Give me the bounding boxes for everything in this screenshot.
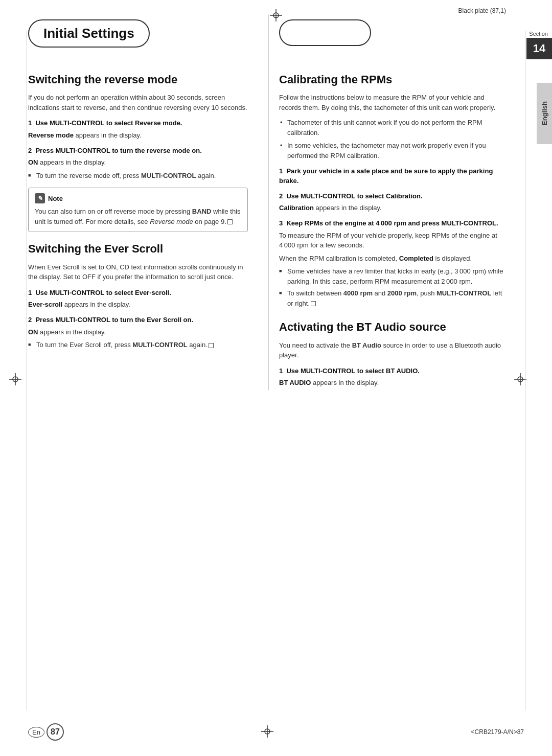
top-header: Black plate (87,1) xyxy=(0,0,552,9)
calibrating-bullet2: In some vehicles, the tachometer may not… xyxy=(279,141,503,161)
bottom-crosshair-icon xyxy=(261,725,273,739)
right-margin-line xyxy=(525,31,525,711)
black-plate-label: Black plate (87,1) xyxy=(458,7,506,14)
reverse-mode-section: Switching the reverse mode If you do not… xyxy=(28,73,248,232)
calibrating-step2-heading: 2 Use MULTI-CONTROL to select Calibratio… xyxy=(279,192,503,201)
section-number: 14 xyxy=(526,38,552,59)
calibrating-step3-bullet1: Some vehicles have a rev limiter that ki… xyxy=(279,266,503,286)
note-label: Note xyxy=(48,195,63,202)
bt-audio-title: Activating the BT Audio source xyxy=(279,320,503,334)
ever-scroll-step2-body1: ON appears in the display. xyxy=(28,327,248,337)
en-label: En xyxy=(28,727,44,738)
bt-audio-section: Activating the BT Audio source You need … xyxy=(279,320,503,387)
section-badge: Section 14 English xyxy=(526,31,552,59)
top-crosshair-icon xyxy=(270,9,282,21)
ever-scroll-step1-body: Ever-scroll appears in the display. xyxy=(28,300,248,310)
reverse-step1-body: Reverse mode appears in the display. xyxy=(28,130,248,141)
ever-scroll-step1-heading: 1 Use MULTI-CONTROL to select Ever-scrol… xyxy=(28,288,248,297)
calibrating-step3-heading: 3 Keep RPMs of the engine at 4 000 rpm a… xyxy=(279,219,503,228)
left-column: Initial Settings Switching the reverse m… xyxy=(28,14,263,391)
english-tab: English xyxy=(537,83,552,144)
main-content: Initial Settings Switching the reverse m… xyxy=(0,14,552,391)
ever-scroll-intro: When Ever Scroll is set to ON, CD text i… xyxy=(28,262,248,282)
reverse-step2-body1: ON appears in the display. xyxy=(28,157,248,168)
reverse-step2-bullet: To turn the reverse mode off, press MULT… xyxy=(28,171,248,181)
reverse-step1-heading: 1 Use MULTI-CONTROL to select Reverse mo… xyxy=(28,119,248,128)
reverse-mode-title: Switching the reverse mode xyxy=(28,73,248,86)
calibrating-rpms-title: Calibrating the RPMs xyxy=(279,73,503,86)
note-icon: ✎ xyxy=(35,193,45,203)
note-header: ✎ Note xyxy=(35,193,241,203)
ever-scroll-section: Switching the Ever Scroll When Ever Scro… xyxy=(28,242,248,350)
calibrating-rpms-intro: Follow the instructions below to measure… xyxy=(279,93,503,112)
empty-oval-header xyxy=(279,19,371,46)
bt-audio-step1-body: BT AUDIO appears in the display. xyxy=(279,378,503,388)
calibrating-rpms-section: Calibrating the RPMs Follow the instruct… xyxy=(279,73,503,308)
page-number: 87 xyxy=(47,723,64,741)
note-text: You can also turn on or off reverse mode… xyxy=(35,207,241,226)
bt-audio-step1-heading: 1 Use MULTI-CONTROL to select BT AUDIO. xyxy=(279,366,503,376)
calibrating-step3-body2: When the RPM calibration is completed, C… xyxy=(279,254,503,264)
right-column: Calibrating the RPMs Follow the instruct… xyxy=(268,14,503,391)
crb-code: <CRB2179-A/N>87 xyxy=(471,728,524,736)
ever-scroll-step2-heading: 2 Press MULTI-CONTROL to turn the Ever S… xyxy=(28,315,248,325)
initial-settings-box: Initial Settings xyxy=(28,19,150,48)
ever-scroll-step2-bullet: To turn the Ever Scroll off, press MULTI… xyxy=(28,340,248,350)
initial-settings-title: Initial Settings xyxy=(43,26,134,41)
section-label: Section xyxy=(529,31,548,37)
bt-audio-intro: You need to activate the BT Audio source… xyxy=(279,340,503,360)
en-badge: En 87 xyxy=(28,723,64,741)
bottom-footer: En 87 <CRB2179-A/N>87 xyxy=(0,723,552,741)
calibrating-step2-body: Calibration appears in the display. xyxy=(279,203,503,213)
ever-scroll-title: Switching the Ever Scroll xyxy=(28,242,248,256)
calibrating-step3-bullet2: To switch between 4000 rpm and 2000 rpm,… xyxy=(279,288,503,308)
calibrating-step1-heading: 1 Park your vehicle in a safe place and … xyxy=(279,167,503,185)
calibrating-step3-body1: To measure the RPM of your vehicle prope… xyxy=(279,231,503,250)
left-margin-line xyxy=(27,31,27,711)
left-crosshair-icon xyxy=(9,373,21,387)
calibrating-bullet1: Tachometer of this unit cannot work if y… xyxy=(279,118,503,138)
reverse-step2-heading: 2 Press MULTI-CONTROL to turn the revers… xyxy=(28,146,248,155)
reverse-mode-intro: If you do not perform an operation withi… xyxy=(28,93,248,112)
note-box: ✎ Note You can also turn on or off rever… xyxy=(28,188,248,232)
